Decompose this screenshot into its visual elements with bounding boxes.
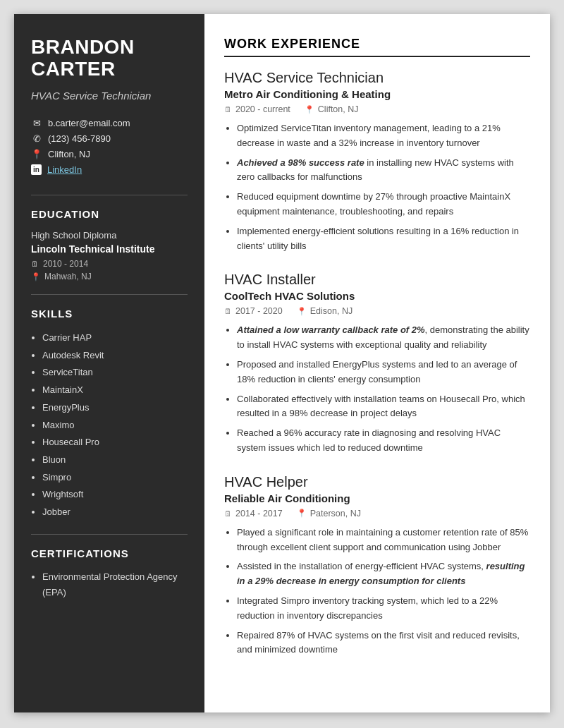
- list-item: Jobber: [42, 504, 188, 521]
- edu-location: 📍 Mahwah, NJ: [31, 272, 188, 281]
- job-title-1: HVAC Service Technician: [224, 70, 530, 86]
- candidate-name: BRANDON CARTER: [31, 37, 188, 80]
- location-icon: 📍: [31, 149, 42, 159]
- cert-list: Environmental Protection Agency (EPA): [31, 569, 188, 600]
- calendar-icon-edu: 🗓: [31, 260, 39, 268]
- job-meta-3: 🗓 2014 - 2017 📍 Paterson, NJ: [224, 509, 530, 518]
- contact-location: 📍 Clifton, NJ: [31, 149, 188, 159]
- candidate-title: HVAC Service Technician: [31, 89, 188, 103]
- list-item: Simpro: [42, 469, 188, 487]
- list-item: EnergyPlus: [42, 399, 188, 417]
- list-item: ServiceTitan: [42, 364, 188, 382]
- skills-section: SKILLS Carrier HAP Autodesk Revit Servic…: [31, 308, 188, 521]
- job-title-3: HVAC Helper: [224, 474, 530, 490]
- contact-phone: ✆ (123) 456-7890: [31, 133, 188, 144]
- edu-school: Lincoln Technical Institute: [31, 243, 188, 255]
- calendar-icon-1: 🗓: [224, 105, 232, 114]
- job-company-1: Metro Air Conditioning & Heating: [224, 88, 530, 100]
- job-bullets-1: Optimized ServiceTitan inventory managem…: [224, 121, 530, 253]
- bullet: Reduced equipment downtime by 27% throug…: [237, 190, 530, 219]
- job-location-3: 📍 Paterson, NJ: [297, 509, 361, 518]
- education-section: EDUCATION High School Diploma Lincoln Te…: [31, 208, 188, 281]
- list-item: MaintainX: [42, 382, 188, 399]
- job-company-2: CoolTech HVAC Solutions: [224, 290, 530, 302]
- contact-section: ✉ b.carter@email.com ✆ (123) 456-7890 📍 …: [31, 118, 188, 175]
- email-icon: ✉: [31, 118, 42, 128]
- bullet: Attained a low warranty callback rate of…: [237, 323, 530, 353]
- list-item: Bluon: [42, 451, 188, 469]
- bullet: Played a significant role in maintaining…: [237, 526, 530, 555]
- skills-title: SKILLS: [31, 308, 188, 320]
- divider-3: [31, 534, 188, 535]
- list-item: Wrightsoft: [42, 486, 188, 504]
- bullet: Implemented energy-efficient solutions r…: [237, 224, 530, 254]
- job-meta-2: 🗓 2017 - 2020 📍 Edison, NJ: [224, 306, 530, 316]
- job-years-1: 🗓 2020 - current: [224, 104, 290, 114]
- highlight: resulting in a 29% decrease in energy co…: [237, 561, 525, 586]
- job-title-2: HVAC Installer: [224, 272, 530, 288]
- bullet: Proposed and installed EnergyPlus system…: [237, 358, 530, 387]
- skills-list: Carrier HAP Autodesk Revit ServiceTitan …: [31, 329, 188, 521]
- contact-email: ✉ b.carter@email.com: [31, 118, 188, 128]
- bullet: Optimized ServiceTitan inventory managem…: [237, 121, 530, 151]
- pin-icon-2: 📍: [297, 307, 307, 316]
- divider-2: [31, 294, 188, 295]
- list-item: Maximo: [42, 417, 188, 435]
- linkedin-link[interactable]: LinkedIn: [47, 164, 82, 175]
- pin-icon-3: 📍: [297, 509, 307, 518]
- edu-degree: High School Diploma: [31, 230, 188, 241]
- bullet: Collaborated effectively with installati…: [237, 392, 530, 422]
- certifications-title: CERTIFICATIONS: [31, 547, 188, 559]
- job-block-2: HVAC Installer CoolTech HVAC Solutions 🗓…: [224, 272, 530, 455]
- bullet: Achieved a 98% success rate in installin…: [237, 156, 530, 186]
- job-bullets-3: Played a significant role in maintaining…: [224, 526, 530, 657]
- bullet: Repaired 87% of HVAC systems on the firs…: [237, 629, 530, 658]
- pin-icon-edu: 📍: [31, 272, 41, 281]
- contact-linkedin[interactable]: in LinkedIn: [31, 164, 188, 175]
- main-content: WORK EXPERIENCE HVAC Service Technician …: [204, 14, 550, 712]
- list-item: Carrier HAP: [42, 329, 188, 347]
- phone-icon: ✆: [31, 133, 42, 144]
- job-years-3: 🗓 2014 - 2017: [224, 509, 283, 518]
- linkedin-icon: in: [31, 164, 42, 175]
- sidebar: BRANDON CARTER HVAC Service Technician ✉…: [14, 14, 204, 712]
- highlight: Achieved a 98% success rate: [237, 157, 364, 168]
- job-location-2: 📍 Edison, NJ: [297, 306, 352, 316]
- calendar-icon-2: 🗓: [224, 307, 232, 315]
- list-item: Housecall Pro: [42, 434, 188, 451]
- work-experience-title: WORK EXPERIENCE: [224, 37, 530, 57]
- bullet: Assisted in the installation of energy-e…: [237, 559, 530, 589]
- divider-1: [31, 195, 188, 195]
- job-years-2: 🗓 2017 - 2020: [224, 306, 283, 316]
- job-meta-1: 🗓 2020 - current 📍 Clifton, NJ: [224, 104, 530, 114]
- job-bullets-2: Attained a low warranty callback rate of…: [224, 323, 530, 455]
- highlight: Attained a low warranty callback rate of…: [237, 324, 425, 335]
- job-company-3: Reliable Air Conditioning: [224, 492, 530, 504]
- list-item: Autodesk Revit: [42, 347, 188, 365]
- job-block-1: HVAC Service Technician Metro Air Condit…: [224, 70, 530, 253]
- resume-wrapper: BRANDON CARTER HVAC Service Technician ✉…: [14, 14, 550, 712]
- pin-icon-1: 📍: [305, 105, 314, 114]
- job-location-1: 📍 Clifton, NJ: [305, 104, 359, 114]
- education-title: EDUCATION: [31, 208, 188, 220]
- list-item: Environmental Protection Agency (EPA): [42, 569, 188, 600]
- certifications-section: CERTIFICATIONS Environmental Protection …: [31, 547, 188, 600]
- edu-years: 🗓 2010 - 2014: [31, 259, 188, 269]
- bullet: Reached a 96% accuracy rate in diagnosin…: [237, 426, 530, 456]
- calendar-icon-3: 🗓: [224, 509, 232, 518]
- bullet: Integrated Simpro inventory tracking sys…: [237, 594, 530, 624]
- job-block-3: HVAC Helper Reliable Air Conditioning 🗓 …: [224, 474, 530, 657]
